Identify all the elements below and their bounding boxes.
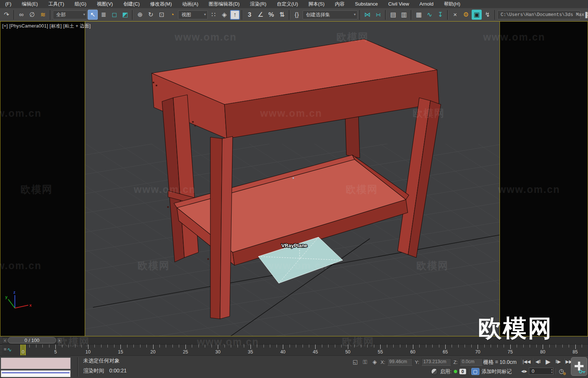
select-and-rotate-icon[interactable]: ↻ bbox=[146, 10, 156, 20]
time-slider-handle[interactable]: 0 / 100 bbox=[8, 337, 56, 343]
toolbar-divider bbox=[447, 10, 448, 20]
z-coordinate-field[interactable]: 0.0cm bbox=[460, 358, 483, 366]
menu-modifiers[interactable]: 修改器(M) bbox=[145, 0, 177, 8]
menu-civil-view[interactable]: Civil View bbox=[383, 0, 414, 8]
previous-frame-button[interactable]: ◀‖ bbox=[534, 358, 543, 366]
menu-create[interactable]: 创建(C) bbox=[118, 0, 145, 8]
current-frame-field[interactable]: 0 ▴▾ bbox=[529, 368, 553, 375]
align-icon[interactable]: ∺ bbox=[373, 10, 383, 20]
select-and-manipulate-icon[interactable]: ◈ bbox=[219, 10, 229, 20]
svg-text:x: x bbox=[29, 303, 32, 307]
reference-coordinate-dropdown[interactable]: 视图 bbox=[178, 10, 208, 19]
menu-edit[interactable]: 编辑(E) bbox=[17, 0, 43, 8]
material-editor-icon[interactable]: ↧ bbox=[435, 10, 445, 20]
add-time-tag-label[interactable]: 添加时间标记 bbox=[482, 368, 512, 375]
time-tag-cluster: 启用: 0 ▢ 添加时间标记 bbox=[431, 368, 512, 375]
ruler-label: 70 bbox=[475, 349, 480, 355]
ruler-label: 25 bbox=[183, 349, 188, 355]
select-by-name-icon[interactable]: ≣ bbox=[98, 10, 109, 20]
window-crossing-icon[interactable]: ◩ bbox=[120, 10, 130, 20]
mirror-icon[interactable]: ⋈ bbox=[362, 10, 372, 20]
select-and-move-icon[interactable]: ⊕ bbox=[135, 10, 145, 20]
time-tag-cube-button[interactable]: ▢ bbox=[471, 368, 479, 375]
menu-substance[interactable]: Substance bbox=[350, 0, 383, 8]
edit-named-selections-icon[interactable]: {} bbox=[292, 10, 302, 20]
layout-swap-icon[interactable]: × bbox=[450, 10, 460, 20]
divider bbox=[555, 368, 556, 374]
select-and-scale-icon[interactable]: ⊡ bbox=[156, 10, 167, 20]
main-toolbar: ↷∞∅≋全部↖≣◻◩⊕↻⊡◔视图∷◈↑3∠%⇅{}创建选择集⋈∺▤▥▦∿↧×⚙▣… bbox=[0, 8, 588, 21]
scene-security-icon[interactable] bbox=[431, 368, 438, 375]
letterbox-left bbox=[0, 22, 85, 336]
time-slider-prev-button[interactable]: ‹ bbox=[2, 337, 8, 343]
go-to-start-button[interactable]: |◀◀ bbox=[522, 358, 532, 366]
select-object-button[interactable]: ↖ bbox=[88, 10, 98, 20]
select-and-link-icon[interactable]: ∞ bbox=[16, 10, 26, 20]
viewport[interactable]: VRayPlane z y x [+] [Phys bbox=[0, 21, 588, 336]
time-slider-next-button[interactable]: › bbox=[56, 337, 62, 343]
render-time-label: 渲染时间 bbox=[83, 368, 104, 374]
toolbar-divider bbox=[359, 10, 361, 20]
ruler-label: 45 bbox=[313, 349, 318, 355]
y-coordinate-field[interactable]: 173.213cm bbox=[421, 358, 451, 366]
time-configuration-button[interactable]: ◷⚙ bbox=[557, 368, 565, 375]
status-prompt: 未选定任何对象 bbox=[83, 358, 120, 364]
viewport-label[interactable]: [+] [PhysCamera001] [标准] [粘土 + 边面] bbox=[2, 23, 91, 29]
absolute-offset-mode-icon[interactable]: ◈ bbox=[371, 359, 378, 365]
next-frame-button[interactable]: ‖▶ bbox=[554, 358, 563, 366]
frame-spinner[interactable]: ▴▾ bbox=[551, 368, 553, 374]
project-path-dropdown[interactable]: C:\Users\Han\Documents\3ds Max 2022 bbox=[497, 10, 581, 19]
selection-filter-dropdown[interactable]: 全部 bbox=[53, 10, 87, 19]
percent-snap-icon[interactable]: % bbox=[266, 10, 276, 20]
time-slider-row: ‹ 0 / 100 › bbox=[0, 336, 588, 345]
spinner-snap-icon[interactable]: ⇅ bbox=[277, 10, 287, 20]
snap-3d-icon[interactable]: 3 bbox=[245, 10, 255, 20]
pivot-center-icon[interactable]: ∷ bbox=[209, 10, 219, 20]
menu-content[interactable]: 内容 bbox=[330, 0, 350, 8]
layer-explorer-icon[interactable]: ▥ bbox=[399, 10, 409, 20]
enable-label: 启用: bbox=[440, 368, 452, 375]
listener-box[interactable] bbox=[1, 370, 71, 377]
render-setup-icon[interactable]: ⚙ bbox=[461, 10, 471, 20]
letterbox-right bbox=[500, 22, 588, 336]
menu-file[interactable]: (F) bbox=[0, 0, 17, 8]
select-and-place-icon[interactable]: ◔ bbox=[167, 10, 177, 20]
listener-divider bbox=[2, 372, 70, 373]
named-selection-dropdown[interactable]: 创建选择集 bbox=[303, 10, 358, 19]
menu-help[interactable]: 帮助(H) bbox=[439, 0, 465, 8]
x-coordinate-field[interactable]: 99.46cm bbox=[387, 358, 413, 366]
menu-rendering[interactable]: 渲染(R) bbox=[245, 0, 272, 8]
keyboard-override-icon[interactable]: ↑ bbox=[230, 10, 240, 20]
macro-recorder-box[interactable] bbox=[1, 358, 71, 369]
menu-arnold[interactable]: Arnold bbox=[414, 0, 439, 8]
selection-lock-icon[interactable]: ⚿ bbox=[361, 359, 369, 365]
menu-scripting[interactable]: 脚本(S) bbox=[303, 0, 330, 8]
curve-editor-icon[interactable]: ▦ bbox=[414, 10, 424, 20]
bind-to-spacewarp-icon[interactable]: ≋ bbox=[38, 10, 48, 20]
menu-animation[interactable]: 动画(A) bbox=[177, 0, 203, 8]
menu-tools[interactable]: 工具(T) bbox=[43, 0, 70, 8]
set-key-button[interactable] bbox=[571, 357, 587, 376]
toolbar-divider bbox=[494, 10, 495, 20]
render-production-icon[interactable]: ↯ bbox=[482, 10, 492, 20]
security-count-button[interactable]: 0 bbox=[459, 369, 466, 374]
viewport-scene[interactable]: VRayPlane z y x bbox=[0, 21, 588, 336]
scene-explorer-icon[interactable]: ▤ bbox=[388, 10, 398, 20]
menu-graph-editors[interactable]: 图形编辑器(D) bbox=[204, 0, 245, 8]
grid-size-label: 栅格 = 10.0cm bbox=[483, 359, 517, 366]
key-mode-toggle[interactable]: ◀▶ bbox=[521, 369, 527, 373]
menu-views[interactable]: 视图(V) bbox=[91, 0, 118, 8]
menu-group[interactable]: 组(G) bbox=[70, 0, 92, 8]
track-bar[interactable]: ≡∿ 0510152025303540455055606570758085 bbox=[0, 345, 588, 356]
unlink-selection-icon[interactable]: ∅ bbox=[27, 10, 37, 20]
angle-snap-icon[interactable]: ∠ bbox=[255, 10, 265, 20]
redo-icon[interactable]: ↷ bbox=[1, 10, 12, 20]
play-button[interactable]: ▶ bbox=[543, 358, 554, 366]
frame-controls: ◀▶ 0 ▴▾ ◷⚙ bbox=[521, 368, 565, 375]
rectangular-selection-icon[interactable]: ◻ bbox=[109, 10, 119, 20]
rendered-frame-icon[interactable]: ▣ bbox=[472, 10, 482, 20]
menu-customize[interactable]: 自定义(U) bbox=[272, 0, 303, 8]
track-view-icon[interactable]: ∿ bbox=[424, 10, 434, 20]
ruler-label: 50 bbox=[345, 349, 350, 355]
isolate-selection-icon[interactable]: ◱ bbox=[352, 359, 359, 365]
